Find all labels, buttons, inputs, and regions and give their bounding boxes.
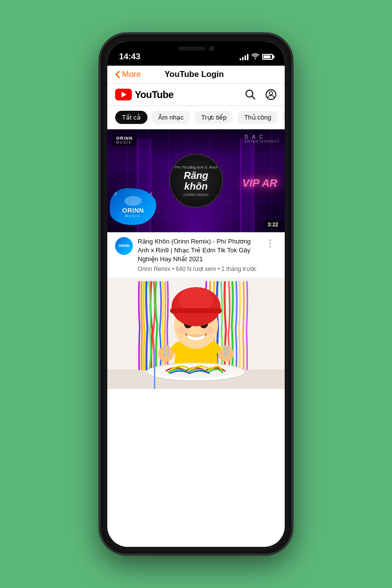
youtube-header: YouTube xyxy=(107,84,285,106)
speaker xyxy=(178,47,205,50)
status-icons xyxy=(240,53,273,61)
channel-name-1: Orinn Remix xyxy=(138,266,171,272)
svg-rect-35 xyxy=(167,345,169,357)
status-time: 14:43 xyxy=(119,52,140,62)
category-animation[interactable]: Hoạt hi xyxy=(282,111,285,124)
orinn-top-label: ORINN MUSIC xyxy=(112,134,137,146)
svg-rect-37 xyxy=(227,345,229,357)
header-icons xyxy=(245,89,277,100)
thumb2-bg xyxy=(107,281,285,389)
categories-row: Tất cả Âm nhạc Trực tiếp Thủ công Hoạt h… xyxy=(107,106,285,129)
orinn-music-text: MUSIC xyxy=(125,214,141,218)
phone-frame: 14:43 xyxy=(100,34,292,554)
category-handcraft[interactable]: Thủ công xyxy=(237,111,278,124)
search-icon[interactable] xyxy=(245,89,256,100)
svg-rect-31 xyxy=(170,308,222,313)
signal-icon xyxy=(240,53,248,60)
svg-rect-40 xyxy=(154,350,155,389)
youtube-logo-text: YouTube xyxy=(135,89,173,100)
back-button[interactable]: More xyxy=(115,70,141,79)
video-duration: 3:22 xyxy=(265,220,281,228)
youtube-logo: YouTube xyxy=(115,89,173,100)
video-sub-1: Orinn Remix • 640 N lượt xem • 1 tháng t… xyxy=(138,266,258,272)
time-ago-1: 1 tháng trước xyxy=(221,266,257,272)
user-icon[interactable] xyxy=(265,89,277,100)
vinyl-circle: Phí Phương Anh ft. Rin9 Răngkhôn (ORINN … xyxy=(169,154,223,208)
vinyl-text: Phí Phương Anh ft. Rin9 Răngkhôn (ORINN … xyxy=(175,165,218,197)
battery-icon xyxy=(262,54,273,60)
content-area: ORINN MUSIC D A C ENTERTAINMENT Phí Phươ… xyxy=(107,129,285,547)
more-options-button-1[interactable]: ⋮ xyxy=(263,237,277,249)
thumbnail-bg: ORINN MUSIC D A C ENTERTAINMENT Phí Phươ… xyxy=(107,129,285,232)
orinn-bottom-logo: ♫ ♪ ORINN MUSIC xyxy=(110,188,156,225)
bar3 xyxy=(245,55,246,60)
vip-text: VIP AR xyxy=(242,177,277,190)
video-meta-1: Răng Khôn (Orinn Remix) - Phí Phương Anh… xyxy=(138,237,258,272)
youtube-logo-icon xyxy=(115,89,132,100)
phone-screen: 14:43 xyxy=(107,41,285,547)
bar1 xyxy=(240,58,241,60)
channel-avatar-1: ORINN xyxy=(115,237,133,255)
video-title-1: Răng Khôn (Orinn Remix) - Phí Phương Anh… xyxy=(138,237,258,264)
category-all[interactable]: Tất cả xyxy=(115,111,147,124)
navigation-bar: More YouTube Login xyxy=(107,66,285,84)
music-label: MUSIC xyxy=(116,141,133,144)
svg-line-1 xyxy=(252,96,255,99)
svg-rect-36 xyxy=(224,345,226,357)
bar4 xyxy=(247,54,248,60)
video-thumbnail-2[interactable] xyxy=(107,281,285,389)
camera xyxy=(209,46,214,51)
orinn-logo-text: ORINN xyxy=(122,207,144,214)
status-bar: 14:43 xyxy=(107,41,285,66)
dac-label: D A C ENTERTAINMENT xyxy=(245,134,280,143)
nav-title: YouTube Login xyxy=(165,70,224,79)
view-count-1: 640 N lượt xem xyxy=(176,266,216,272)
wifi-icon xyxy=(251,53,259,61)
svg-point-3 xyxy=(270,92,273,95)
bar2 xyxy=(242,57,244,60)
svg-rect-34 xyxy=(164,345,166,357)
back-label: More xyxy=(122,70,141,79)
video-thumbnail-1[interactable]: ORINN MUSIC D A C ENTERTAINMENT Phí Phươ… xyxy=(107,129,285,232)
svg-point-32 xyxy=(158,346,174,362)
category-music[interactable]: Âm nhạc xyxy=(151,111,191,124)
notch xyxy=(164,41,228,56)
video-info-1: ORINN Răng Khôn (Orinn Remix) - Phí Phươ… xyxy=(107,232,285,281)
orinn-label: ORINN xyxy=(116,136,133,141)
category-live[interactable]: Trực tiếp xyxy=(195,111,234,124)
